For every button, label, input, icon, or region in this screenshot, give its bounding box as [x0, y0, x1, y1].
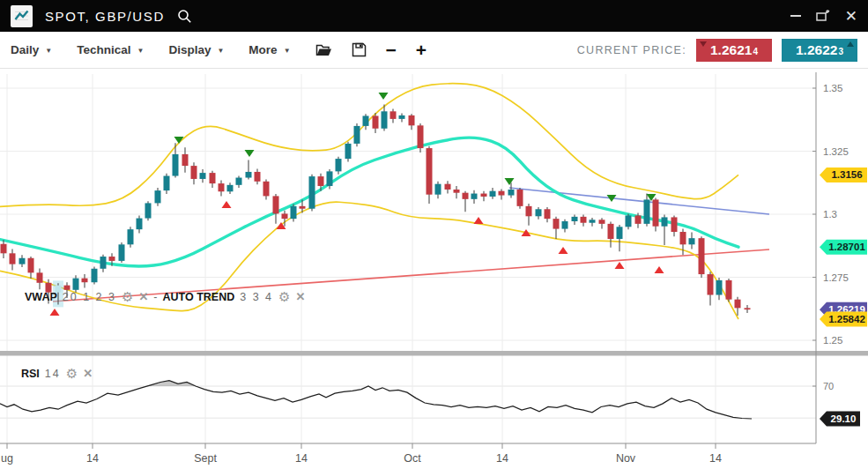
vwap-settings-gear-icon[interactable]: ⚙ — [122, 291, 133, 303]
candle-body — [128, 229, 134, 244]
candle-body — [37, 272, 43, 282]
price-tag-text: 1.25842 — [828, 314, 865, 324]
candle-body — [236, 178, 242, 185]
candle-body — [28, 258, 34, 273]
buy-price-badge[interactable]: 1.2622 3 — [782, 39, 857, 62]
candle-body — [508, 190, 515, 196]
search-icon[interactable] — [177, 9, 192, 24]
candle-body — [354, 126, 360, 144]
trading-app-window: SPOT, GBP/USD ✕ Daily ▼ — [0, 0, 868, 469]
save-icon[interactable] — [352, 42, 367, 57]
time-axis-label: Nov — [616, 452, 636, 465]
current-price-label: CURRENT PRICE: — [577, 44, 686, 56]
zoom-out-button[interactable]: − — [386, 41, 397, 59]
candle-body — [246, 172, 252, 178]
price-tag-text: 1.3156 — [831, 169, 862, 180]
candle-body — [445, 184, 451, 190]
rsi-settings-gear-icon[interactable]: ⚙ — [66, 368, 78, 380]
chevron-down-icon: ▼ — [45, 45, 52, 55]
page-title: SPOT, GBP/USD — [45, 9, 165, 24]
candle-body — [562, 221, 568, 229]
candle-body — [716, 280, 723, 295]
zoom-in-button[interactable]: + — [416, 41, 427, 59]
candle-body — [227, 185, 234, 191]
candle-body — [309, 176, 315, 209]
candle-body — [471, 194, 478, 199]
candle-body — [318, 176, 324, 186]
candle-body — [689, 238, 695, 244]
candle-body — [10, 253, 16, 264]
candle-body — [164, 176, 170, 191]
candle-body — [680, 232, 686, 244]
candle-body — [454, 190, 460, 193]
candle-body — [635, 215, 642, 223]
price-up-arrow-icon — [847, 41, 854, 47]
chart-area[interactable]: 1.351.3251.31.2751.2570ug14Sept14Oct14No… — [0, 69, 868, 469]
time-axis-label: 14 — [295, 452, 308, 465]
candle-body — [73, 279, 79, 290]
price-tag-text: 1.28701 — [828, 242, 865, 252]
candle-body — [345, 144, 352, 159]
price-down-arrow-icon — [700, 41, 707, 47]
price-tag: 1.25842 — [820, 311, 867, 326]
candle-body — [255, 172, 261, 182]
candle-body — [581, 217, 587, 223]
candle-body — [300, 206, 306, 209]
candle-body — [1, 244, 7, 254]
candle-body — [545, 209, 551, 219]
toolbar: Daily ▼ Technical ▼ Display ▼ More ▼ — [0, 32, 868, 69]
panel-divider — [0, 351, 868, 356]
autotrend-remove-icon[interactable]: ✕ — [296, 290, 306, 303]
candle-body — [526, 206, 532, 216]
price-axis-label: 1.3 — [823, 209, 837, 220]
candle-body — [282, 213, 288, 219]
menu-technical[interactable]: Technical ▼ — [77, 43, 144, 56]
menu-display[interactable]: Display ▼ — [168, 43, 224, 56]
candle-body — [617, 227, 623, 239]
candle-body — [291, 206, 297, 219]
candle-body — [173, 154, 179, 176]
candle-body — [608, 224, 614, 239]
time-axis-label: 14 — [86, 452, 99, 465]
candle-body — [82, 279, 88, 283]
candle-body — [553, 219, 560, 228]
open-file-icon[interactable] — [315, 43, 332, 57]
candle-body — [735, 300, 741, 309]
minimize-button[interactable] — [790, 15, 801, 17]
candle-body — [536, 209, 542, 216]
candlestick-chart[interactable]: 1.351.3251.31.2751.2570ug14Sept14Oct14No… — [0, 69, 868, 469]
rsi-value-tag: 29.10 — [820, 411, 860, 426]
close-icon[interactable]: ✕ — [845, 9, 857, 24]
candle-body — [418, 125, 424, 148]
vwap-remove-icon[interactable]: ✕ — [138, 290, 148, 303]
candle-body — [382, 111, 388, 128]
candle — [345, 142, 352, 162]
menu-more[interactable]: More ▼ — [249, 43, 290, 56]
candle-body — [191, 166, 197, 179]
time-axis-label: 14 — [709, 452, 722, 465]
time-axis-label: ug — [1, 452, 13, 465]
restore-button[interactable] — [815, 9, 831, 23]
rsi-remove-icon[interactable]: ✕ — [83, 367, 93, 380]
candle-body — [644, 199, 650, 223]
price-axis-label: 1.275 — [823, 272, 849, 283]
candle-body — [155, 190, 161, 203]
candle-body — [390, 111, 397, 119]
candle — [699, 236, 705, 278]
autotrend-settings-gear-icon[interactable]: ⚙ — [278, 291, 290, 303]
candle-body — [590, 220, 596, 222]
candle-body — [19, 258, 26, 264]
candle-body — [273, 196, 279, 213]
vwap-indicator-label: VWAP 20 1 2 3 ⚙ ✕ - AUTO TREND 3 3 4 ⚙ ✕ — [25, 290, 305, 303]
price-tag: 1.28701 — [820, 240, 867, 255]
candle-body — [119, 244, 125, 261]
candle-body — [626, 215, 632, 227]
candle-body — [427, 148, 433, 195]
candle — [418, 123, 424, 153]
candle-body — [200, 173, 206, 179]
sell-price-badge[interactable]: 1.2621 4 — [696, 39, 772, 62]
time-axis-label: Sept — [194, 452, 217, 465]
candle-body — [336, 159, 342, 171]
menu-daily[interactable]: Daily ▼ — [11, 43, 52, 56]
app-logo-icon — [11, 5, 33, 27]
